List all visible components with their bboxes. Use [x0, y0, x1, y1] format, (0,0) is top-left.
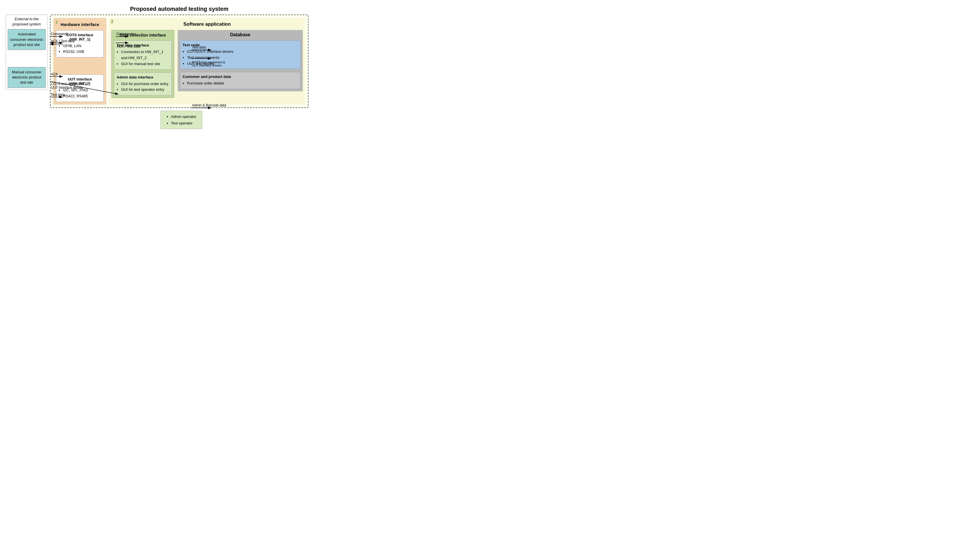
operator-section: Admin operator Test operator — [54, 111, 309, 129]
external-section: External to the proposed system Automate… — [6, 14, 50, 93]
uut-interface-box: UUT interface (HW_INT_2) I2C, SPI, JTAG … — [56, 75, 104, 102]
operator-item-1: Test operator — [171, 120, 197, 127]
manual-test-site-label: Manual consumer electronic product test … — [12, 70, 41, 84]
test-code-item-0: COTS/UUT interface drivers — [187, 49, 298, 55]
data-collection-title: Data collection interface — [114, 33, 172, 38]
cots-item-0: GPIB, LAN — [63, 43, 101, 49]
customer-product-item-0: Purchase order details — [187, 81, 298, 86]
cots-box-title: COTS interface (HW_INT_1) — [59, 33, 101, 41]
external-label: External to the proposed system — [8, 17, 46, 27]
cots-interface-box: COTS interface (HW_INT_1) GPIB, LAN RS23… — [56, 30, 104, 58]
database-column: Database Test code COTS/UUT interface dr… — [178, 30, 303, 91]
uut-box-title: UUT interface (HW_INT_2) — [59, 77, 101, 86]
test-code-list: COTS/UUT interface drivers Test measurem… — [187, 49, 298, 67]
test-code-box: Test code COTS/UUT interface drivers Tes… — [180, 40, 301, 69]
diagram-wrapper: Proposed automated testing system Extern… — [6, 6, 309, 129]
cots-item-1: RS232, USB — [63, 49, 101, 55]
proposed-system-box: 1 Hardware interface COTS interface (HW_… — [50, 14, 309, 108]
test-code-title: Test code — [183, 43, 298, 47]
database-title: Database — [180, 32, 301, 37]
test-data-list: Connection to HW_INT_1 and HW_INT_2 GUI … — [121, 49, 169, 67]
admin-data-interface-box: Admin data interface GUI for purchase or… — [114, 73, 172, 95]
admin-data-item-1: GUI for test operator entry — [121, 87, 169, 93]
customer-product-list: Purchase order details — [187, 81, 298, 86]
customer-product-title: Customer and product data — [183, 75, 298, 79]
software-column: 2 Software application Data collection i… — [109, 18, 305, 105]
admin-data-item-0: GUI for purchase order entry — [121, 81, 169, 87]
automated-test-site-box: Automated consumer electronic product te… — [8, 29, 46, 50]
test-data-item-1: GUI for manual test site — [121, 61, 169, 67]
test-code-item-2: UUT test results — [187, 61, 298, 67]
test-code-item-1: Test measurements — [187, 55, 298, 61]
admin-data-interface-title: Admin data interface — [116, 75, 169, 79]
hardware-column: 1 Hardware interface COTS interface (HW_… — [53, 18, 106, 105]
test-data-interface-title: Test data interface — [116, 43, 169, 48]
hw-number: 1 — [56, 19, 58, 24]
manual-test-site-box: Manual consumer electronic product test … — [8, 67, 46, 88]
hw-title: Hardware interface — [56, 21, 104, 27]
sw-number: 2 — [111, 19, 113, 24]
operator-item-0: Admin operator — [171, 113, 197, 120]
uut-item-0: I2C, SPI, JTAG — [63, 87, 101, 93]
customer-product-box: Customer and product data Purchase order… — [180, 72, 301, 89]
test-data-interface-box: Test data interface Connection to HW_INT… — [114, 41, 172, 69]
sw-title: Software application — [111, 20, 303, 27]
cots-box-list: GPIB, LAN RS232, USB — [63, 43, 101, 55]
operator-list: Admin operator Test operator — [171, 113, 197, 127]
test-data-item-0: Connection to HW_INT_1 and HW_INT_2 — [121, 49, 169, 61]
sections-row: 1 Hardware interface COTS interface (HW_… — [53, 18, 305, 105]
layout-area: External to the proposed system Automate… — [6, 14, 309, 108]
main-title: Proposed automated testing system — [130, 6, 229, 12]
uut-box-list: I2C, SPI, JTAG RS422, RS485 — [63, 87, 101, 99]
uut-item-1: RS422, RS485 — [63, 93, 101, 99]
automated-test-site-label: Automated consumer electronic product te… — [10, 32, 43, 46]
operator-box: Admin operator Test operator — [161, 111, 202, 129]
admin-data-list: GUI for purchase order entry GUI for tes… — [121, 81, 169, 93]
sw-inner: Data collection interface Test data inte… — [111, 30, 303, 98]
data-collection-column: Data collection interface Test data inte… — [111, 30, 174, 98]
